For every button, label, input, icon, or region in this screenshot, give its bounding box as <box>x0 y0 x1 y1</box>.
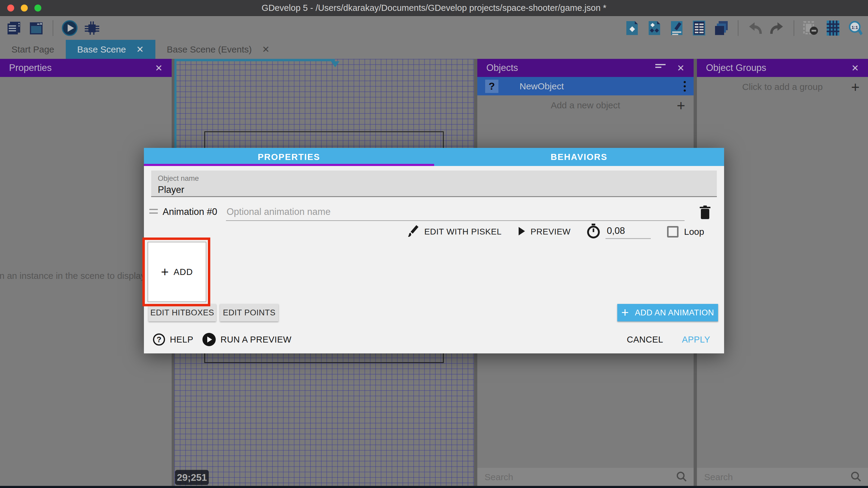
add-frame-button[interactable]: + ADD <box>148 242 206 302</box>
toolbar-separator <box>53 20 53 36</box>
canvas-top-edge <box>175 59 335 61</box>
layers-icon[interactable] <box>714 20 729 36</box>
panel-title: Properties <box>9 62 52 73</box>
dialog-tab-properties[interactable]: PROPERTIES <box>144 148 434 166</box>
run-preview-icon <box>203 333 216 346</box>
loop-label: Loop <box>684 227 704 237</box>
editor-tabbar: Start Page Base Scene ✕ Base Scene (Even… <box>0 40 868 59</box>
help-icon: ? <box>153 334 165 345</box>
edit-with-piskel-button[interactable]: EDIT WITH PISKEL <box>424 227 501 237</box>
close-window-button[interactable] <box>7 4 14 11</box>
main-toolbar: 1:1 <box>0 16 868 40</box>
drag-handle-icon[interactable] <box>149 209 158 216</box>
edit-hitboxes-button[interactable]: EDIT HITBOXES <box>149 304 216 322</box>
scene-window-icon[interactable] <box>28 20 44 36</box>
object-menu-icon[interactable] <box>684 81 686 91</box>
toolbar-separator <box>738 20 739 36</box>
zoom-1-1-icon[interactable]: 1:1 <box>847 20 863 36</box>
tab-label: Start Page <box>11 44 54 55</box>
window-title: GDevelop 5 - /Users/dkarakay/Documents/G… <box>261 3 607 13</box>
play-icon[interactable] <box>62 20 78 36</box>
instances-list-icon[interactable] <box>691 20 707 36</box>
plus-icon: + <box>677 97 685 114</box>
object-name-value: Player <box>158 184 710 195</box>
edit-points-button[interactable]: EDIT POINTS <box>220 304 278 322</box>
dialog-tab-behaviors[interactable]: BEHAVIORS <box>434 148 724 166</box>
close-tab-icon[interactable]: ✕ <box>136 44 144 55</box>
svg-text:1:1: 1:1 <box>851 25 858 30</box>
add-object-icon[interactable] <box>624 20 640 36</box>
object-groups-panel-header: Object Groups ✕ <box>697 59 868 77</box>
debug-icon[interactable] <box>84 20 100 36</box>
panel-title: Object Groups <box>706 62 766 73</box>
object-name-label: Object name <box>158 174 710 183</box>
brush-icon <box>408 224 419 239</box>
run-preview-button[interactable]: RUN A PREVIEW <box>203 333 291 346</box>
filter-icon[interactable] <box>655 63 665 73</box>
cancel-button[interactable]: CANCEL <box>627 335 663 345</box>
minimize-window-button[interactable] <box>21 4 28 11</box>
add-new-object-label: Add a new object <box>551 100 620 111</box>
tab-label: Base Scene (Events) <box>167 44 252 55</box>
highlight-rectangle: + ADD <box>143 238 210 306</box>
traffic-lights <box>7 0 41 16</box>
dialog-tabbar: PROPERTIES BEHAVIORS <box>144 148 724 166</box>
animation-tools-row: EDIT WITH PISKEL PREVIEW Loop <box>408 223 704 240</box>
redo-icon[interactable] <box>769 20 785 36</box>
object-name-field[interactable]: Object name Player <box>151 171 717 197</box>
help-label: HELP <box>170 335 193 345</box>
loop-checkbox[interactable] <box>667 226 679 238</box>
toggle-mask-icon[interactable] <box>803 20 818 36</box>
add-group-label: Click to add a group <box>742 82 823 92</box>
undo-icon[interactable] <box>747 20 763 36</box>
cursor-coordinates-badge: 29;251 <box>175 470 209 485</box>
edit-scene-properties-icon[interactable] <box>669 20 685 36</box>
close-icon[interactable]: ✕ <box>155 63 163 73</box>
add-animation-label: ADD AN ANIMATION <box>635 308 714 317</box>
groups-search-bar <box>697 468 868 486</box>
search-icon <box>676 471 687 483</box>
dialog-footer: ? HELP RUN A PREVIEW CANCEL APPLY <box>144 331 724 348</box>
project-manager-icon[interactable] <box>6 20 22 36</box>
maximize-window-button[interactable] <box>34 4 41 11</box>
object-editor-dialog: PROPERTIES BEHAVIORS Object name Player … <box>144 148 724 354</box>
tab-base-scene-events[interactable]: Base Scene (Events) ✕ <box>155 40 281 59</box>
toggle-grid-icon[interactable] <box>825 20 841 36</box>
object-list-item-selected[interactable]: ? NewObject <box>477 77 693 95</box>
titlebar: GDevelop 5 - /Users/dkarakay/Documents/G… <box>0 0 868 16</box>
add-new-object-row[interactable]: Add a new object + <box>477 95 693 115</box>
plus-icon: + <box>621 306 629 319</box>
toolbar-separator <box>794 20 795 36</box>
run-preview-label: RUN A PREVIEW <box>221 335 291 345</box>
search-icon <box>850 471 861 483</box>
add-frame-label: ADD <box>174 267 193 277</box>
preview-button[interactable]: PREVIEW <box>531 227 571 237</box>
close-icon[interactable]: ✕ <box>851 63 859 73</box>
object-thumbnail-unknown-icon: ? <box>485 80 498 93</box>
objects-search-input[interactable] <box>477 472 676 482</box>
preview-play-icon <box>518 227 525 237</box>
tab-start-page[interactable]: Start Page <box>0 40 66 59</box>
groups-search-input[interactable] <box>697 472 850 482</box>
animation-row: Animation #0 <box>144 205 724 221</box>
tab-label: Base Scene <box>77 44 126 55</box>
close-icon[interactable]: ✕ <box>677 63 685 73</box>
close-tab-icon[interactable]: ✕ <box>262 44 270 55</box>
properties-panel-header: Properties ✕ <box>0 59 172 77</box>
delete-animation-icon[interactable] <box>699 205 711 220</box>
window-bottom-edge <box>0 486 868 488</box>
plus-icon: + <box>161 265 169 279</box>
animation-name-input[interactable] <box>226 205 685 221</box>
apply-button[interactable]: APPLY <box>682 335 710 345</box>
canvas-marker <box>331 61 339 67</box>
object-groups-icon[interactable] <box>647 20 662 36</box>
object-name: NewObject <box>520 81 564 91</box>
objects-panel-header: Objects ✕ <box>477 59 693 77</box>
workspace: 29;251 Properties ✕ Click on an instance… <box>0 59 868 488</box>
time-between-frames-input[interactable] <box>606 225 651 239</box>
add-group-row[interactable]: Click to add a group + <box>697 77 868 97</box>
panel-title: Objects <box>486 62 518 73</box>
tab-base-scene[interactable]: Base Scene ✕ <box>66 40 155 59</box>
add-animation-button[interactable]: + ADD AN ANIMATION <box>617 304 718 322</box>
help-button[interactable]: ? HELP <box>153 334 193 345</box>
